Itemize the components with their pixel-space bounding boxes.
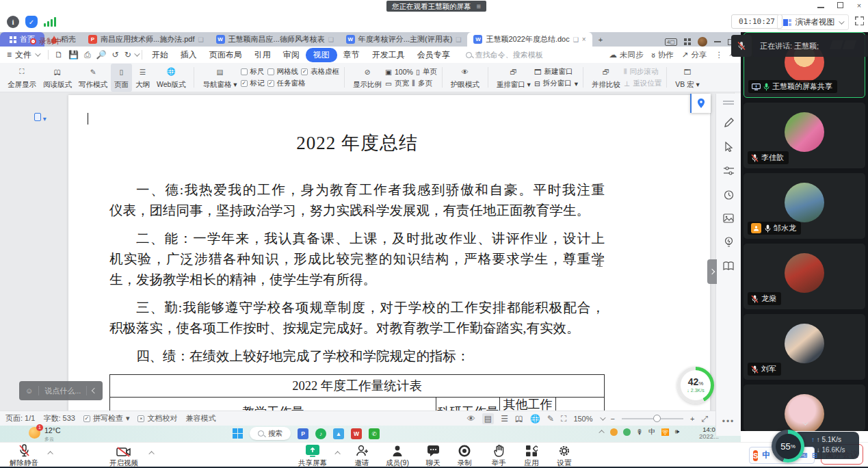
participant-tile-partial[interactable] — [744, 385, 865, 431]
checkbox-marks[interactable]: 标记 — [241, 79, 265, 88]
book-icon[interactable] — [722, 260, 735, 272]
expand-icon[interactable]: ⤢ — [701, 414, 708, 424]
btn-side-by-side[interactable]: 🗗并排比较 — [588, 64, 624, 92]
ime-toolbox-icon[interactable]: ⊞ — [812, 452, 817, 459]
checkbox-ruler[interactable]: 标尺 — [241, 67, 265, 77]
ribbon-tab-member[interactable]: 会员专享 — [411, 48, 456, 62]
btn-one-page[interactable]: ▯ 单页 — [416, 67, 437, 77]
wps-minimize-icon[interactable] — [714, 41, 721, 42]
meeting-info-icon[interactable]: i — [7, 16, 19, 28]
image-icon[interactable] — [722, 212, 735, 224]
scroll-more-chevron[interactable] — [802, 416, 806, 428]
share-button[interactable]: ↗ 分享 — [682, 50, 707, 60]
zoom-out-button[interactable]: − — [611, 415, 615, 423]
idea-icon[interactable] — [722, 236, 735, 248]
collapse-panel-tab[interactable] — [707, 259, 717, 284]
outline-view-icon[interactable]: ☰ — [501, 414, 508, 424]
print-icon[interactable]: ⎙ — [81, 50, 94, 60]
taskbar-app-wechat[interactable]: ✆ — [369, 428, 380, 439]
status-spellcheck[interactable]: 拼写检查 ▾ — [83, 413, 130, 424]
btn-web-view[interactable]: 🌐Web版式 — [153, 64, 189, 92]
locate-pin-button[interactable] — [690, 94, 711, 113]
share-options-caret[interactable] — [334, 451, 340, 456]
view-mode-dropdown[interactable]: 演讲者视图 — [777, 14, 850, 30]
security-shield-icon[interactable]: ✓ — [25, 16, 38, 28]
paste-options-icon[interactable]: ▾ — [34, 113, 47, 122]
file-menu[interactable]: ≡ 文件 — [0, 49, 44, 61]
btn-split-window[interactable]: ⊟ 拆分窗口 ▾ — [534, 79, 578, 88]
emoji-icon[interactable]: ☺ — [25, 387, 33, 395]
tab-doc-kaohe[interactable]: W王慧颖南昌应...德师风考核表❑ — [210, 32, 340, 47]
taskbar-app-photos[interactable]: ▲ — [333, 428, 344, 439]
tab-doc-pdf[interactable]: P南昌应用技术师...施办法.pdf❑ — [82, 32, 210, 47]
account-avatar[interactable] — [698, 37, 707, 47]
btn-eye-protect[interactable]: 👁护眼模式 — [447, 64, 483, 92]
tray-lang-icon[interactable]: 中 — [648, 427, 655, 437]
btn-read-mode[interactable]: 🕮阅读版式 — [40, 64, 75, 92]
tray-icon-1[interactable] — [610, 428, 618, 436]
performance-gauge[interactable]: 55% — [772, 430, 804, 463]
btn-zoom-100[interactable]: ▣ 100% — [385, 68, 413, 76]
ribbon-tab-dev[interactable]: 开发工具 — [366, 48, 411, 62]
participant-tile[interactable]: 刘军 — [744, 314, 865, 380]
btn-nav-pane[interactable]: ▤导航窗格 ▾ — [199, 64, 240, 92]
windows-start-button[interactable] — [233, 428, 243, 439]
btn-outline-view[interactable]: ☰大纲 — [132, 64, 153, 92]
unmute-button[interactable]: 解除静音 — [4, 444, 44, 468]
btn-zoom-ratio[interactable]: ⊘显示比例 — [350, 64, 385, 92]
collapse-chat-icon[interactable] — [92, 388, 97, 393]
collab-button[interactable]: ᴕ 协作 — [652, 50, 674, 60]
zoom-value[interactable]: 150% — [573, 415, 592, 423]
start-video-button[interactable]: 开启视频 — [104, 444, 144, 468]
taskbar-app-pdf[interactable]: P — [298, 428, 308, 439]
participant-tile[interactable]: 邹水龙 — [744, 173, 865, 239]
settings-button[interactable]: 设置 — [544, 444, 584, 468]
minimize-button[interactable] — [816, 1, 826, 10]
quickbar-more-icon[interactable] — [134, 51, 140, 56]
taskbar-search[interactable]: 搜索 — [250, 427, 291, 440]
video-options-caret[interactable] — [148, 451, 154, 456]
restore-button[interactable] — [835, 1, 845, 10]
fit-page-icon[interactable]: ⛶ — [561, 414, 566, 424]
eye-protect-icon[interactable]: 👁 — [467, 414, 475, 424]
weather-widget[interactable]: 1 12°C多云 — [29, 427, 60, 443]
tray-volume-icon[interactable]: 🕪 — [675, 428, 679, 436]
participant-tile[interactable]: 龙燊 — [744, 244, 865, 309]
zoom-dropdown-icon[interactable] — [600, 415, 605, 420]
sync-status[interactable]: ☁ 未同步 — [609, 50, 644, 60]
speaker-muted-mic[interactable] — [731, 35, 752, 57]
cursor-icon[interactable] — [722, 140, 735, 153]
quick-chat-bar[interactable]: ☺ 说点什么... — [19, 381, 103, 400]
sliders-icon[interactable] — [722, 164, 735, 177]
ribbon-tab-insert[interactable]: 插入 — [174, 48, 203, 62]
document-page[interactable]: 2022 年度总结 一、德:我热爱我的工作，身为教育工作者我感到骄傲和自豪。平时… — [68, 95, 710, 411]
preview-icon[interactable]: 🔎 — [94, 50, 109, 60]
btn-fullscreen-view[interactable]: ⛶全屏显示 — [4, 64, 40, 92]
close-button[interactable]: × — [854, 1, 864, 10]
invite-button[interactable]: 邀请 — [342, 444, 382, 468]
tray-expand-icon[interactable] — [599, 430, 605, 435]
write-view-icon[interactable]: ✎ — [547, 414, 554, 424]
command-search[interactable]: 查找命令、搜索模板 — [466, 50, 543, 60]
mic-options-caret[interactable] — [47, 451, 53, 456]
new-tab-button[interactable]: + — [592, 32, 609, 47]
save-icon[interactable]: 💾 — [66, 50, 81, 60]
share-screen-button[interactable]: 共享屏幕 — [293, 444, 332, 468]
read-view-icon[interactable]: 🕮 — [515, 414, 523, 424]
workspace-icon[interactable]: 4▢ — [665, 38, 677, 46]
btn-vb-macro[interactable]: 🗔VB 宏 ▾ — [672, 64, 703, 92]
members-button[interactable]: 成员(9) — [378, 444, 417, 468]
more-tools-icon[interactable]: ••• — [722, 417, 735, 426]
ribbon-tab-section[interactable]: 章节 — [337, 48, 366, 62]
pen-icon[interactable] — [722, 116, 735, 129]
web-view-icon[interactable]: 🌐 — [530, 414, 540, 424]
taskbar-app-wps[interactable]: W — [351, 428, 362, 439]
ime-lang-mode[interactable]: 中 — [762, 450, 770, 461]
ribbon-tab-start[interactable]: 开始 — [146, 48, 174, 62]
ribbon-tab-review[interactable]: 审阅 — [277, 48, 306, 62]
zoom-slider[interactable] — [622, 418, 683, 419]
btn-write-mode[interactable]: ✎写作模式 — [75, 64, 111, 92]
tab-doc-zongjie-active[interactable]: W王慧颖2022年度总结.doc❑× — [467, 32, 592, 47]
chat-placeholder[interactable]: 说点什么... — [44, 386, 81, 396]
tray-icon-2[interactable] — [623, 428, 631, 436]
